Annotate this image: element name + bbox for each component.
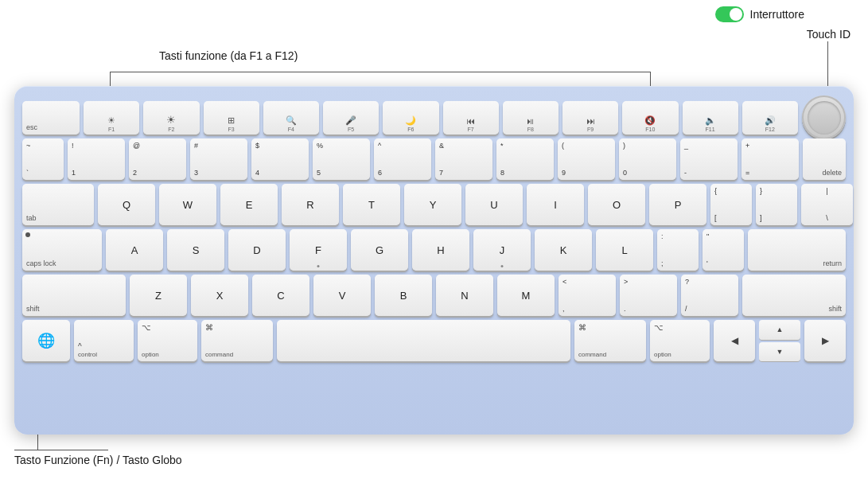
toggle-switch[interactable] [715,6,744,22]
key-space[interactable] [277,320,570,361]
key-d[interactable]: D [228,229,286,271]
fn-line-v-right [650,72,651,86]
key-w[interactable]: W [159,184,216,225]
key-f4[interactable]: 🔍 F4 [263,101,319,134]
key-f9[interactable]: ⏭ F9 [562,101,618,134]
key-minus[interactable]: _- [680,138,738,180]
key-f11[interactable]: 🔈 F11 [683,101,738,134]
key-f1[interactable]: ☀ F1 [84,101,139,134]
key-v[interactable]: V [313,275,371,316]
globe-line-v [37,435,38,450]
fn-keys-label: Tasti funzione (da F1 a F12) [159,49,298,62]
key-n[interactable]: N [436,275,493,316]
key-p[interactable]: P [649,184,706,225]
globe-line-h [14,450,108,450]
toggle-area: Interruttore [715,6,804,22]
key-f[interactable]: F [290,229,347,271]
key-e[interactable]: E [220,184,278,225]
key-y[interactable]: Y [404,184,461,225]
key-i[interactable]: I [527,184,584,225]
key-backtick[interactable]: ~` [22,138,64,180]
key-t[interactable]: T [343,184,400,225]
fn-keys-annotation: Tasti funzione (da F1 a F12) [159,49,298,62]
touchid-line [827,41,828,86]
key-return[interactable]: return [748,229,846,271]
key-arrow-left[interactable]: ◀ [714,320,755,361]
key-a[interactable]: A [106,229,163,271]
key-arrow-up[interactable]: ▲ [759,320,800,340]
asdf-row: caps lock A S D F G H J K L :; "' return [22,229,846,271]
key-f3[interactable]: ⊞ F3 [204,101,259,134]
key-h[interactable]: H [412,229,469,271]
key-slash[interactable]: ?/ [681,275,738,316]
key-3[interactable]: #3 [190,138,247,180]
key-m[interactable]: M [497,275,555,316]
key-control[interactable]: ^ control [74,320,134,361]
key-b[interactable]: B [375,275,432,316]
key-capslock[interactable]: caps lock [22,229,102,271]
key-quote[interactable]: "' [703,229,744,271]
key-f2[interactable]: ☀ F2 [143,101,199,134]
touchid-annotation: Touch ID [807,28,850,41]
key-semicolon[interactable]: :; [657,229,699,271]
globe-label: Tasto Funzione (Fn) / Tasto Globo [14,454,182,466]
key-z[interactable]: Z [130,275,187,316]
touchid-label-text: Touch ID [807,28,850,41]
key-u[interactable]: U [465,184,523,225]
touchid-inner [808,101,841,134]
key-option-right[interactable]: ⌥ option [650,320,710,361]
key-f12[interactable]: 🔊 F12 [742,101,798,134]
fn-row: esc ☀ F1 ☀ F2 ⊞ F3 🔍 F4 🎤 F5 🌙 F6 [22,95,846,134]
key-f8[interactable]: ⏯ F8 [503,101,559,134]
bottom-row: 🌐 ^ control ⌥ option ⌘ command ⌘ command… [22,320,846,361]
key-shift-right[interactable]: shift [742,275,846,316]
key-f10[interactable]: 🔇 F10 [622,101,678,134]
key-o[interactable]: O [588,184,645,225]
key-open-bracket[interactable]: {[ [710,184,752,225]
key-5[interactable]: %5 [313,138,370,180]
key-command-left[interactable]: ⌘ command [201,320,273,361]
key-globe[interactable]: 🌐 [22,320,70,361]
key-g[interactable]: G [351,229,408,271]
key-8[interactable]: *8 [496,138,554,180]
key-1[interactable]: !1 [68,138,125,180]
key-r[interactable]: R [282,184,339,225]
fn-line-h [110,72,651,72]
key-f7[interactable]: ⏮ F7 [443,101,499,134]
key-arrow-right[interactable]: ▶ [804,320,846,361]
key-6[interactable]: ^6 [374,138,431,180]
key-f5[interactable]: 🎤 F5 [323,101,379,134]
key-pipe[interactable]: |\ [801,184,853,225]
key-q[interactable]: Q [98,184,155,225]
key-command-right[interactable]: ⌘ command [574,320,646,361]
key-shift-left[interactable]: shift [22,275,126,316]
num-row: ~` !1 @2 #3 $4 %5 ^6 &7 *8 (9 )0 [22,138,846,180]
key-4[interactable]: $4 [251,138,309,180]
key-9[interactable]: (9 [558,138,615,180]
toggle-label: Interruttore [750,8,804,21]
key-0[interactable]: )0 [619,138,676,180]
key-7[interactable]: &7 [435,138,492,180]
fn-line-v-left [110,72,111,86]
key-k[interactable]: K [535,229,592,271]
keyboard-body: esc ☀ F1 ☀ F2 ⊞ F3 🔍 F4 🎤 F5 🌙 F6 [14,86,854,435]
key-delete[interactable]: delete [803,138,846,180]
qwerty-row: tab Q W E R T Y U I O P {[ }] |\ [22,184,846,225]
key-equals[interactable]: += [741,138,799,180]
key-arrow-down[interactable]: ▼ [759,342,800,362]
key-period[interactable]: >. [620,275,677,316]
key-x[interactable]: X [191,275,248,316]
key-s[interactable]: S [167,229,224,271]
key-arrow-updown: ▲ ▼ [759,320,800,361]
key-f6[interactable]: 🌙 F6 [383,101,438,134]
key-option-left[interactable]: ⌥ option [138,320,197,361]
key-l[interactable]: L [596,229,653,271]
key-tab[interactable]: tab [22,184,94,225]
key-j[interactable]: J [473,229,531,271]
key-esc[interactable]: esc [22,101,80,134]
key-2[interactable]: @2 [129,138,186,180]
key-touchid[interactable] [802,95,846,139]
key-comma[interactable]: <, [559,275,616,316]
key-close-bracket[interactable]: }] [756,184,797,225]
key-c[interactable]: C [252,275,309,316]
